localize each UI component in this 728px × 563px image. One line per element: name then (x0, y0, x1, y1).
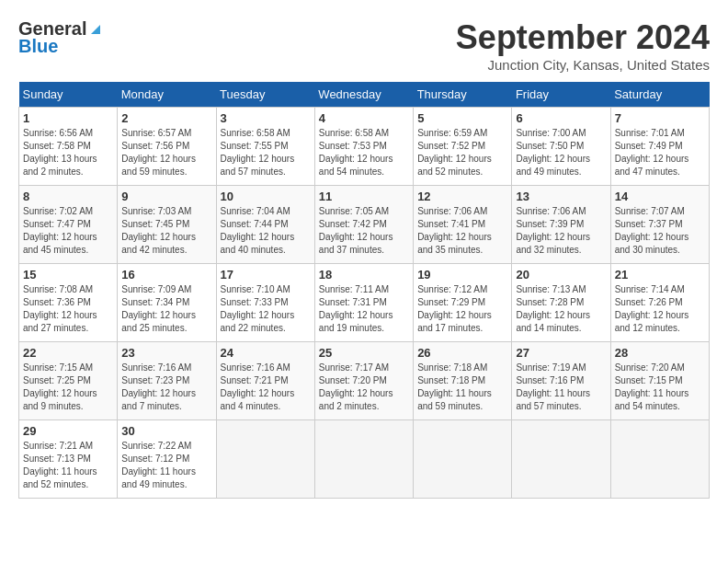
logo-blue-text: Blue (18, 36, 58, 57)
day-info: Sunrise: 7:16 AMSunset: 7:21 PMDaylight:… (221, 362, 311, 413)
calendar-cell: 25Sunrise: 7:17 AMSunset: 7:20 PMDayligh… (314, 342, 413, 420)
day-info: Sunrise: 6:58 AMSunset: 7:55 PMDaylight:… (221, 127, 311, 178)
day-info: Sunrise: 6:59 AMSunset: 7:52 PMDaylight:… (417, 127, 507, 178)
day-info: Sunrise: 6:57 AMSunset: 7:56 PMDaylight:… (121, 127, 211, 178)
day-number: 14 (615, 190, 705, 203)
day-number: 18 (319, 268, 409, 282)
svg-marker-0 (91, 25, 100, 34)
day-number: 24 (221, 346, 311, 360)
day-info: Sunrise: 7:09 AMSunset: 7:34 PMDaylight:… (121, 283, 211, 335)
header-row: Sunday Monday Tuesday Wednesday Thursday… (19, 82, 710, 108)
day-info: Sunrise: 7:04 AMSunset: 7:44 PMDaylight:… (221, 205, 311, 257)
day-info: Sunrise: 6:58 AMSunset: 7:53 PMDaylight:… (319, 127, 409, 178)
calendar-cell: 12Sunrise: 7:06 AMSunset: 7:41 PMDayligh… (414, 186, 512, 264)
day-info: Sunrise: 7:06 AMSunset: 7:39 PMDaylight:… (516, 205, 606, 257)
day-info: Sunrise: 7:06 AMSunset: 7:41 PMDaylight:… (417, 205, 507, 257)
calendar-cell (314, 420, 413, 499)
header-sunday: Sunday (19, 82, 118, 108)
day-info: Sunrise: 7:22 AMSunset: 7:12 PMDaylight:… (121, 440, 211, 491)
calendar-cell: 18Sunrise: 7:11 AMSunset: 7:31 PMDayligh… (314, 264, 413, 342)
day-number: 11 (319, 190, 409, 203)
calendar-cell: 10Sunrise: 7:04 AMSunset: 7:44 PMDayligh… (216, 186, 314, 264)
day-info: Sunrise: 7:15 AMSunset: 7:25 PMDaylight:… (23, 362, 113, 413)
logo: General Blue (18, 18, 105, 57)
calendar-cell: 7Sunrise: 7:01 AMSunset: 7:49 PMDaylight… (610, 108, 709, 186)
calendar-cell: 26Sunrise: 7:18 AMSunset: 7:18 PMDayligh… (414, 342, 512, 420)
day-info: Sunrise: 7:03 AMSunset: 7:45 PMDaylight:… (121, 205, 211, 257)
calendar-cell: 21Sunrise: 7:14 AMSunset: 7:26 PMDayligh… (610, 264, 709, 342)
day-number: 27 (516, 346, 606, 360)
calendar-cell: 6Sunrise: 7:00 AMSunset: 7:50 PMDaylight… (512, 108, 610, 186)
calendar-cell: 9Sunrise: 7:03 AMSunset: 7:45 PMDaylight… (118, 186, 216, 264)
day-number: 4 (319, 111, 409, 125)
calendar-cell: 29Sunrise: 7:21 AMSunset: 7:13 PMDayligh… (19, 420, 118, 499)
day-number: 30 (121, 424, 211, 438)
calendar-cell: 13Sunrise: 7:06 AMSunset: 7:39 PMDayligh… (512, 186, 610, 264)
day-number: 10 (221, 190, 311, 203)
day-number: 7 (615, 111, 705, 125)
day-info: Sunrise: 7:07 AMSunset: 7:37 PMDaylight:… (615, 205, 705, 257)
calendar-cell (414, 420, 512, 499)
calendar-cell: 17Sunrise: 7:10 AMSunset: 7:33 PMDayligh… (216, 264, 314, 342)
day-info: Sunrise: 7:21 AMSunset: 7:13 PMDaylight:… (23, 440, 113, 491)
calendar-cell: 24Sunrise: 7:16 AMSunset: 7:21 PMDayligh… (216, 342, 314, 420)
day-number: 25 (319, 346, 409, 360)
calendar-cell: 20Sunrise: 7:13 AMSunset: 7:28 PMDayligh… (512, 264, 610, 342)
calendar-cell (512, 420, 610, 499)
day-number: 6 (516, 111, 606, 125)
day-number: 13 (516, 190, 606, 203)
header-thursday: Thursday (414, 82, 512, 108)
day-info: Sunrise: 7:11 AMSunset: 7:31 PMDaylight:… (319, 283, 409, 335)
day-number: 5 (417, 111, 507, 125)
calendar-cell: 23Sunrise: 7:16 AMSunset: 7:23 PMDayligh… (118, 342, 216, 420)
location-title: Junction City, Kansas, United States (456, 57, 710, 73)
day-number: 19 (417, 268, 507, 282)
calendar-cell: 14Sunrise: 7:07 AMSunset: 7:37 PMDayligh… (610, 186, 709, 264)
day-number: 23 (121, 346, 211, 360)
calendar-table: Sunday Monday Tuesday Wednesday Thursday… (18, 82, 710, 499)
day-info: Sunrise: 7:08 AMSunset: 7:36 PMDaylight:… (23, 283, 113, 335)
day-number: 2 (121, 111, 211, 125)
day-number: 16 (121, 268, 211, 282)
calendar-row-1: 8Sunrise: 7:02 AMSunset: 7:47 PMDaylight… (19, 186, 710, 264)
day-number: 26 (417, 346, 507, 360)
calendar-row-2: 15Sunrise: 7:08 AMSunset: 7:36 PMDayligh… (19, 264, 710, 342)
day-info: Sunrise: 7:20 AMSunset: 7:15 PMDaylight:… (615, 362, 705, 413)
day-info: Sunrise: 7:17 AMSunset: 7:20 PMDaylight:… (319, 362, 409, 413)
day-number: 22 (23, 346, 113, 360)
logo-arrow-icon (87, 21, 104, 38)
title-section: September 2024 Junction City, Kansas, Un… (456, 18, 710, 73)
day-info: Sunrise: 7:16 AMSunset: 7:23 PMDaylight:… (121, 362, 211, 413)
day-info: Sunrise: 7:05 AMSunset: 7:42 PMDaylight:… (319, 205, 409, 257)
day-info: Sunrise: 7:10 AMSunset: 7:33 PMDaylight:… (221, 283, 311, 335)
day-number: 8 (23, 190, 113, 203)
calendar-cell: 22Sunrise: 7:15 AMSunset: 7:25 PMDayligh… (19, 342, 118, 420)
day-number: 28 (615, 346, 705, 360)
day-info: Sunrise: 7:12 AMSunset: 7:29 PMDaylight:… (417, 283, 507, 335)
day-number: 29 (23, 424, 113, 438)
header-tuesday: Tuesday (216, 82, 314, 108)
day-info: Sunrise: 7:02 AMSunset: 7:47 PMDaylight:… (23, 205, 113, 257)
header-friday: Friday (512, 82, 610, 108)
calendar-cell: 28Sunrise: 7:20 AMSunset: 7:15 PMDayligh… (610, 342, 709, 420)
calendar-cell: 11Sunrise: 7:05 AMSunset: 7:42 PMDayligh… (314, 186, 413, 264)
calendar-cell: 4Sunrise: 6:58 AMSunset: 7:53 PMDaylight… (314, 108, 413, 186)
calendar-cell: 3Sunrise: 6:58 AMSunset: 7:55 PMDaylight… (216, 108, 314, 186)
calendar-cell (610, 420, 709, 499)
calendar-cell: 30Sunrise: 7:22 AMSunset: 7:12 PMDayligh… (118, 420, 216, 499)
calendar-cell: 19Sunrise: 7:12 AMSunset: 7:29 PMDayligh… (414, 264, 512, 342)
day-number: 20 (516, 268, 606, 282)
header-wednesday: Wednesday (314, 82, 413, 108)
calendar-row-0: 1Sunrise: 6:56 AMSunset: 7:58 PMDaylight… (19, 108, 710, 186)
page-header: General Blue September 2024 Junction Cit… (18, 18, 710, 73)
day-number: 12 (417, 190, 507, 203)
calendar-cell (216, 420, 314, 499)
calendar-cell: 27Sunrise: 7:19 AMSunset: 7:16 PMDayligh… (512, 342, 610, 420)
calendar-cell: 8Sunrise: 7:02 AMSunset: 7:47 PMDaylight… (19, 186, 118, 264)
day-number: 3 (221, 111, 311, 125)
calendar-cell: 15Sunrise: 7:08 AMSunset: 7:36 PMDayligh… (19, 264, 118, 342)
day-number: 9 (121, 190, 211, 203)
day-info: Sunrise: 7:14 AMSunset: 7:26 PMDaylight:… (615, 283, 705, 335)
day-number: 21 (615, 268, 705, 282)
header-monday: Monday (118, 82, 216, 108)
